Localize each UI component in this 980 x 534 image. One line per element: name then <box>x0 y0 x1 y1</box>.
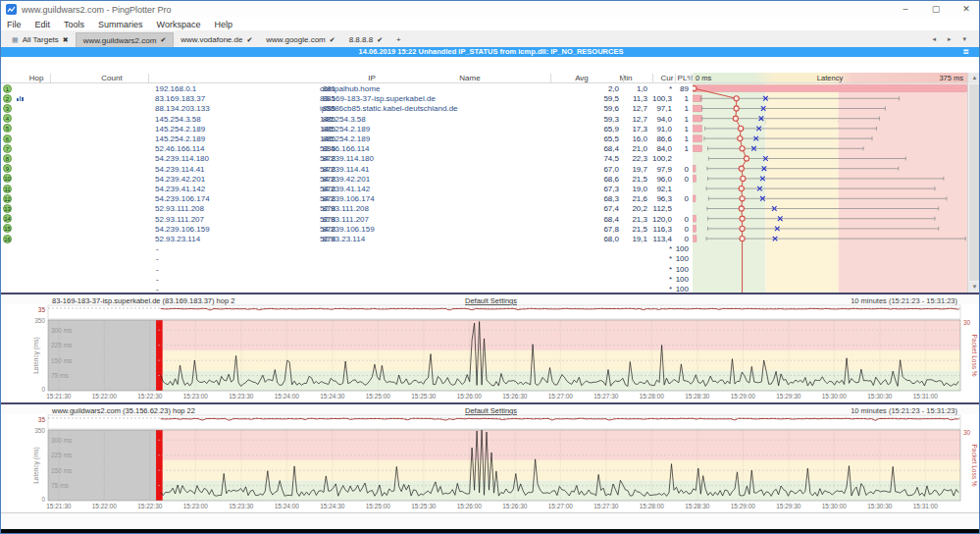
tab-www-guildwars2-com[interactable]: www.guildwars2.com✔ <box>76 32 175 47</box>
minimize-button[interactable]: – <box>891 1 920 18</box>
table-row-unknown[interactable]: -*100 <box>1 264 693 274</box>
min-cell: 21,3 <box>632 215 647 224</box>
x-tick-label: 15:24:00 <box>275 503 300 509</box>
avg-cell: 67,0 <box>603 165 619 174</box>
close-button[interactable]: ✕ <box>952 1 980 18</box>
ip-cell: - <box>156 244 159 253</box>
tab-www-vodafone-de[interactable]: www.vodafone.de✔ <box>174 32 259 47</box>
tab-check-icon: ✔ <box>330 36 335 44</box>
table-row[interactable]: 1687852.93.23.11452.93.23.11468,019,1113… <box>1 234 693 243</box>
menu-workspace[interactable]: Workspace <box>157 20 201 29</box>
name-cell: 145.254.3.58 <box>320 115 366 124</box>
hop-number-badge: 8 <box>3 154 12 163</box>
x-tick-label: 15:23:30 <box>229 503 254 509</box>
x-tick-label: 15:30:30 <box>867 393 893 400</box>
table-row[interactable]: 1287854.239.106.17454.239.106.17468,321,… <box>1 193 693 203</box>
table-row-unknown[interactable]: -*100 <box>1 253 693 263</box>
table-row[interactable]: 1587854.239.106.15954.239.106.15967,821,… <box>1 224 693 234</box>
tab-scroll-arrows[interactable]: ◂ ▸ ▾ <box>933 35 971 43</box>
hop-number-badge: 13 <box>3 204 12 213</box>
avg-cell: 68,6 <box>603 175 619 184</box>
maximize-button[interactable]: ▢ <box>921 1 951 18</box>
grid-label: 300 ms <box>51 437 73 444</box>
app-icon <box>6 4 17 15</box>
latency-scrollbar[interactable]: ▲ ▼ <box>967 73 980 293</box>
ip-cell: 52.46.166.114 <box>155 144 205 153</box>
column-separator <box>550 74 551 82</box>
hop-number-badge: 14 <box>3 214 12 223</box>
scroll-up-icon[interactable]: ▲ <box>968 73 980 83</box>
column-header-col-min[interactable]: Min <box>620 74 633 82</box>
column-separator <box>50 74 51 82</box>
cur-cell: 92,1 <box>656 185 672 193</box>
column-header-col-ip[interactable]: IP <box>368 74 376 82</box>
name-cell: 54.239.41.142 <box>320 185 370 193</box>
tab-8-8-8-8[interactable]: 8.8.8.8✔ <box>342 32 389 47</box>
hop-number-badge: 16 <box>3 235 12 243</box>
table-row[interactable]: 887854.239.114.18054.239.114.18074,522,3… <box>1 153 693 163</box>
table-row[interactable]: 288583.169.183.3783-169-183-37-isp.super… <box>1 93 693 103</box>
column-header-col-cur[interactable]: Cur <box>661 74 674 82</box>
min-cell: 21,0 <box>632 144 647 153</box>
table-row[interactable]: 1187854.239.41.14254.239.41.14267,319,09… <box>1 184 693 193</box>
strip-max-label: 35 <box>38 416 46 423</box>
hop-latency-graph[interactable] <box>693 83 967 293</box>
tab-check-icon: ✔ <box>246 36 252 44</box>
menu-tools[interactable]: Tools <box>64 20 84 29</box>
x-tick-label: 15:27:00 <box>548 393 574 400</box>
x-tick-label: 15:26:30 <box>502 393 528 400</box>
table-row[interactable]: 1387852.93.111.20852.93.111.20867,420,21… <box>1 203 693 213</box>
timeline-graph[interactable]: 15:21:3015:22:0015:22:3015:23:0015:23:30… <box>1 414 980 512</box>
avg-cell: 65,9 <box>603 125 619 134</box>
table-row[interactable]: 6885145.254.2.189145.254.2.18965,516,086… <box>1 134 693 143</box>
min-cell: 20,2 <box>632 204 647 213</box>
table-row[interactable]: 987854.239.114.4154.239.114.4167,019,797… <box>1 164 693 174</box>
menu-edit[interactable]: Edit <box>35 20 51 29</box>
scroll-down-icon[interactable]: ▼ <box>968 282 980 293</box>
scrollbar-thumb[interactable] <box>969 84 980 281</box>
x-tick-label: 15:30:30 <box>867 503 893 509</box>
table-row[interactable]: 4885145.254.3.58145.254.3.5859,312,794,0… <box>1 114 693 124</box>
menu-summaries[interactable]: Summaries <box>98 20 143 29</box>
pl-axis-label: Packet Loss % <box>971 335 978 377</box>
table-row[interactable]: 1087854.239.42.20154.239.42.20168,621,59… <box>1 174 693 184</box>
cur-cell: * <box>669 254 672 263</box>
table-row-unknown[interactable]: -*100 <box>1 243 693 253</box>
column-header-col-count[interactable]: Count <box>101 74 122 82</box>
timeline-graph[interactable]: 15:21:3015:22:0015:22:3015:23:0015:23:30… <box>1 304 980 402</box>
pl-cell: 0 <box>685 194 689 203</box>
column-header-col-hop[interactable]: Hop <box>29 74 44 82</box>
hop-number-badge: 3 <box>3 104 12 113</box>
hop-number-badge: 4 <box>3 114 12 123</box>
strip-max-label: 35 <box>38 306 46 313</box>
latency-column-header[interactable]: 0 ms Latency 375 ms <box>693 73 967 83</box>
table-row[interactable]: 388588.134.203.133ip5886cb85.static.kabe… <box>1 103 693 113</box>
new-tab-button[interactable]: + <box>389 32 408 47</box>
alert-banner[interactable]: 14.06.2019 15:22 Unhandled IP_STATUS fro… <box>1 47 980 57</box>
name-cell: 145.254.2.189 <box>320 125 370 134</box>
avg-cell: 59,6 <box>603 104 619 113</box>
table-row[interactable]: 5885145.254.2.189145.254.2.18965,917,391… <box>1 124 693 134</box>
table-row[interactable]: 788552.46.166.11452.46.166.11468,421,084… <box>1 143 693 153</box>
column-header-col-name[interactable]: Name <box>459 74 480 82</box>
avg-cell: 68,4 <box>603 144 619 153</box>
x-tick-label: 15:22:30 <box>137 503 163 509</box>
table-row[interactable]: 1881192.168.0.1compalhub.home2,01,0*89 <box>1 83 693 93</box>
ip-cell: 54.239.106.174 <box>155 194 210 203</box>
cur-cell: * <box>669 84 672 93</box>
table-row-unknown[interactable]: -*100 <box>1 274 693 284</box>
table-row[interactable]: 1487852.93.111.20752.93.111.20768,421,31… <box>1 214 693 224</box>
x-tick-label: 15:25:30 <box>411 393 437 400</box>
menu-file[interactable]: File <box>7 20 22 29</box>
menu-help[interactable]: Help <box>214 20 232 29</box>
cur-cell: 94,0 <box>656 115 672 124</box>
alert-log-icon[interactable]: ≣ <box>962 47 969 57</box>
ip-cell: - <box>156 265 159 274</box>
cur-cell: 113,4 <box>653 235 672 243</box>
x-tick-label: 15:29:00 <box>731 503 756 509</box>
close-tab-icon[interactable]: ✖ <box>63 36 69 44</box>
column-header-col-avg[interactable]: Avg <box>575 74 589 82</box>
x-tick-label: 15:31:00 <box>913 503 939 509</box>
tab-www-google-com[interactable]: www.google.com✔ <box>259 32 341 47</box>
tab-all-targets[interactable]: ▦All Targets✖ <box>5 32 76 47</box>
